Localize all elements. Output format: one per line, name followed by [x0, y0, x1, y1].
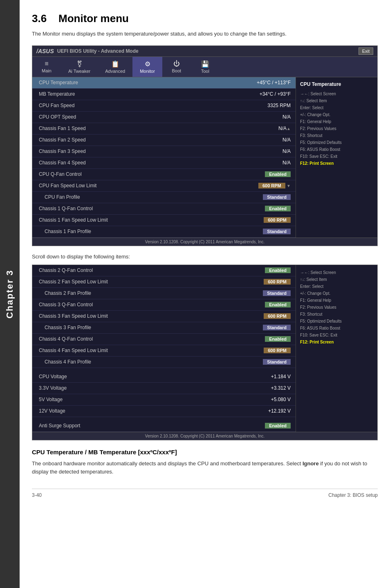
- nav-item-monitor[interactable]: ⚙ Monitor: [132, 57, 162, 77]
- chassis1-qfan-label: Chassis 1 Q-Fan Control: [37, 206, 242, 211]
- bios-row-chassis-fan1[interactable]: Chassis Fan 1 Speed N/A ▲: [32, 123, 296, 135]
- nav-label-tool: Tool: [201, 69, 209, 74]
- keybind2-f2: F2: Previous Values: [300, 304, 373, 311]
- bios-row-cpu-fan-speed[interactable]: CPU Fan Speed 3325 RPM: [32, 100, 296, 112]
- chassis4-fan-profile-value: Standard: [242, 359, 291, 365]
- section-intro: The Monitor menu displays the system tem…: [32, 30, 378, 38]
- bios-row-chassis-fan4[interactable]: Chassis Fan 4 Speed N/A: [32, 157, 296, 169]
- chassis-fan1-value: N/A: [238, 126, 287, 131]
- keybind-select-item: ↑↓: Select Item: [300, 97, 373, 104]
- nav-item-advanced[interactable]: 📋 Advanced: [98, 57, 132, 77]
- chassis4-fan-low-label: Chassis 4 Fan Speed Low Limit: [37, 348, 242, 353]
- chassis-fan4-label: Chassis Fan 4 Speed: [37, 160, 242, 166]
- bios-title-text: UEFI BIOS Utility - Advanced Mode: [57, 48, 139, 54]
- bios-row-chassis3-fan-profile[interactable]: Chassis 3 Fan Profile Standard: [32, 322, 296, 334]
- bios-row-chassis1-qfan[interactable]: Chassis 1 Q-Fan Control Enabled: [32, 203, 296, 215]
- 12v-voltage-label: 12V Voltage: [37, 408, 242, 414]
- cpu-fan-low-limit-badge: 600 RPM: [258, 183, 285, 189]
- cpu-qfan-badge: Enabled: [265, 171, 291, 177]
- chassis4-fan-low-value: 600 RPM: [242, 348, 291, 353]
- chassis1-fan-profile-label: Chassis 1 Fan Profile: [37, 229, 242, 234]
- section-heading: Monitor menu: [58, 12, 129, 25]
- bios-row-chassis2-qfan[interactable]: Chassis 2 Q-Fan Control Enabled: [32, 265, 296, 276]
- bios-row-chassis2-fan-low[interactable]: Chassis 2 Fan Speed Low Limit 600 RPM: [32, 276, 296, 288]
- keybind-f3: F3: Shortcut: [300, 132, 373, 139]
- section-number: 3.6: [32, 12, 47, 25]
- keybind-select-screen: →←: Select Screen: [300, 90, 373, 97]
- bios-row-chassis-fan2[interactable]: Chassis Fan 2 Speed N/A: [32, 135, 296, 146]
- chassis-fan4-value: N/A: [242, 160, 291, 166]
- bios-row-cpu-opt-speed[interactable]: CPU OPT Speed N/A: [32, 112, 296, 123]
- bios-row-chassis4-fan-low[interactable]: Chassis 4 Fan Speed Low Limit 600 RPM: [32, 345, 296, 357]
- keybind2-f3: F3: Shortcut: [300, 311, 373, 318]
- bios-row-mb-temp[interactable]: MB Temperature +34°C / +93°F: [32, 89, 296, 100]
- keybind-f10: F10: Save ESC: Exit: [300, 153, 373, 160]
- anti-surge-value: Enabled: [242, 423, 291, 429]
- bios-row-cpu-qfan[interactable]: CPU Q-Fan Control Enabled: [32, 169, 296, 180]
- chassis4-fan-profile-badge: Standard: [263, 359, 291, 365]
- bios-window-2: Chassis 2 Q-Fan Control Enabled Chassis …: [32, 265, 378, 440]
- chassis3-fan-low-value: 600 RPM: [242, 313, 291, 319]
- bios-row-chassis1-fan-low[interactable]: Chassis 1 Fan Speed Low Limit 600 RPM: [32, 215, 296, 226]
- bios-footer-1: Version 2.10.1208. Copyright (C) 2011 Am…: [32, 238, 377, 246]
- chassis1-fan-low-label: Chassis 1 Fan Speed Low Limit: [37, 217, 242, 223]
- chassis-fan2-label: Chassis Fan 2 Speed: [37, 137, 242, 143]
- mb-temp-label: MB Temperature: [37, 91, 242, 97]
- chassis3-fan-profile-badge: Standard: [263, 325, 291, 330]
- chassis-fan2-value: N/A: [242, 137, 291, 143]
- subsection-body: The onboard hardware monitor automatical…: [32, 460, 378, 477]
- nav-item-boot[interactable]: ⏻ Boot: [162, 57, 191, 77]
- mb-temp-value: +34°C / +93°F: [242, 91, 291, 97]
- keybind-f12: F12: Print Screen: [300, 160, 373, 167]
- chassis2-fan-low-badge: 600 RPM: [264, 279, 291, 285]
- cpu-voltage-value: +1.184 V: [242, 374, 291, 379]
- cpu-voltage-label: CPU Voltage: [37, 374, 242, 379]
- keybind-f5: F5: Optimized Defaults: [300, 139, 373, 146]
- bios-row-chassis-fan3[interactable]: Chassis Fan 3 Speed N/A: [32, 146, 296, 157]
- main-icon: ≡: [45, 60, 48, 67]
- chapter-sidebar: Chapter 3: [0, 0, 20, 588]
- keybind2-enter: Enter: Select: [300, 283, 373, 290]
- chassis3-fan-low-label: Chassis 3 Fan Speed Low Limit: [37, 313, 242, 319]
- keybind2-f10: F10: Save ESC: Exit: [300, 332, 373, 339]
- bios-row-cpu-fan-profile[interactable]: CPU Fan Profile Standard: [32, 192, 296, 203]
- nav-item-main[interactable]: ≡ Main: [32, 57, 61, 77]
- cpu-fan-low-limit-label: CPU Fan Speed Low Limit: [37, 183, 242, 189]
- nav-label-ai-tweaker: Ai Tweaker: [68, 69, 90, 74]
- anti-surge-badge: Enabled: [265, 423, 291, 429]
- bios-row-5v-voltage[interactable]: 5V Voltage +5.080 V: [32, 394, 296, 406]
- bios-row-cpu-voltage[interactable]: CPU Voltage +1.184 V: [32, 371, 296, 383]
- bios-window-1: /ASUS UEFI BIOS Utility - Advanced Mode …: [32, 45, 378, 246]
- cpu-fan-profile-value: Standard: [242, 194, 291, 200]
- bios-row-chassis3-fan-low[interactable]: Chassis 3 Fan Speed Low Limit 600 RPM: [32, 311, 296, 322]
- scroll-arrow-icon: ▲: [287, 126, 291, 131]
- cpu-fan-profile-label: CPU Fan Profile: [37, 194, 242, 200]
- advanced-icon: 📋: [111, 60, 119, 68]
- bios-footer-2: Version 2.10.1208. Copyright (C) 2011 Am…: [32, 432, 377, 440]
- bios-nav-1: ≡ Main ⚧ Ai Tweaker 📋 Advanced ⚙ Monitor…: [32, 57, 377, 77]
- bios-row-cpu-temp[interactable]: CPU Temperature +45°C / +113°F: [32, 77, 296, 89]
- chassis3-qfan-label: Chassis 3 Q-Fan Control: [37, 302, 242, 307]
- bios-exit-button[interactable]: Exit: [359, 47, 373, 55]
- bios-row-cpu-fan-low-limit[interactable]: CPU Fan Speed Low Limit 600 RPM ▼: [32, 180, 296, 192]
- chassis2-qfan-badge: Enabled: [265, 267, 291, 273]
- cpu-qfan-value: Enabled: [242, 171, 291, 177]
- bios-row-chassis4-fan-profile[interactable]: Chassis 4 Fan Profile Standard: [32, 357, 296, 368]
- 33v-voltage-value: +3.312 V: [242, 385, 291, 391]
- bios-row-12v-voltage[interactable]: 12V Voltage +12.192 V: [32, 406, 296, 417]
- main-content: 3.6 Monitor menu The Monitor menu displa…: [20, 0, 390, 588]
- bios-row-chassis3-qfan[interactable]: Chassis 3 Q-Fan Control Enabled: [32, 299, 296, 311]
- bios-row-33v-voltage[interactable]: 3.3V Voltage +3.312 V: [32, 383, 296, 394]
- chassis3-qfan-badge: Enabled: [265, 302, 291, 307]
- subsection-title: CPU Temperature / MB Temperature [xxxºC/…: [32, 449, 378, 456]
- cpu-opt-speed-value: N/A: [242, 114, 291, 120]
- nav-item-tool[interactable]: 💾 Tool: [191, 57, 220, 77]
- bios-body-2: Chassis 2 Q-Fan Control Enabled Chassis …: [32, 265, 377, 432]
- bios-row-anti-surge[interactable]: Anti Surge Support Enabled: [32, 420, 296, 432]
- bios-row-chassis2-fan-profile[interactable]: Chassis 2 Fan Profile Standard: [32, 288, 296, 299]
- bios-row-chassis1-fan-profile[interactable]: Chassis 1 Fan Profile Standard: [32, 226, 296, 238]
- nav-item-ai-tweaker[interactable]: ⚧ Ai Tweaker: [61, 57, 98, 77]
- bios-left-panel-1: CPU Temperature +45°C / +113°F MB Temper…: [32, 77, 296, 238]
- bios-row-chassis4-qfan[interactable]: Chassis 4 Q-Fan Control Enabled: [32, 334, 296, 345]
- bios-right-title-1: CPU Temperature: [300, 81, 373, 87]
